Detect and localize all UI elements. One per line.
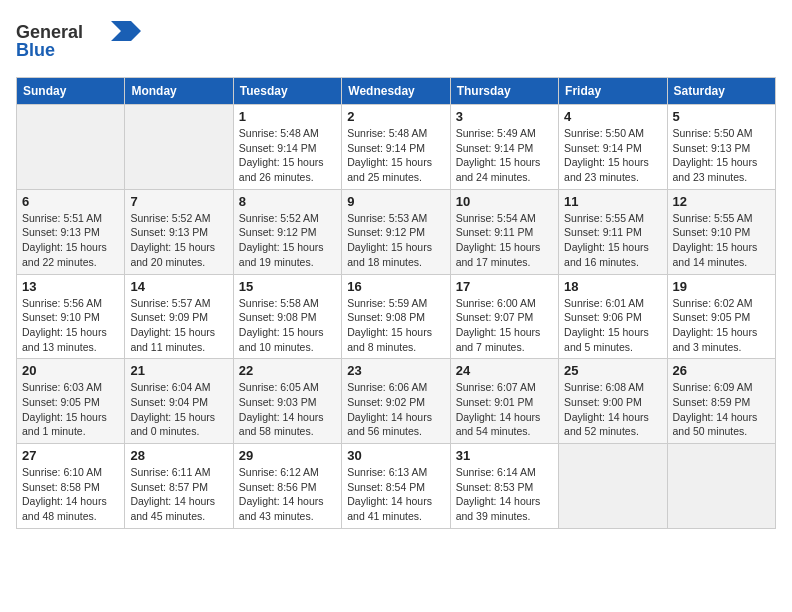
day-info: Sunrise: 5:55 AMSunset: 9:10 PMDaylight:… [673,211,770,270]
calendar-cell: 22Sunrise: 6:05 AMSunset: 9:03 PMDayligh… [233,359,341,444]
day-info: Sunrise: 5:58 AMSunset: 9:08 PMDaylight:… [239,296,336,355]
day-number: 10 [456,194,553,209]
day-number: 14 [130,279,227,294]
calendar-cell: 12Sunrise: 5:55 AMSunset: 9:10 PMDayligh… [667,189,775,274]
calendar-cell: 20Sunrise: 6:03 AMSunset: 9:05 PMDayligh… [17,359,125,444]
calendar-cell: 1Sunrise: 5:48 AMSunset: 9:14 PMDaylight… [233,105,341,190]
day-number: 4 [564,109,661,124]
calendar-cell [125,105,233,190]
calendar-weekday-monday: Monday [125,78,233,105]
day-info: Sunrise: 5:50 AMSunset: 9:14 PMDaylight:… [564,126,661,185]
calendar-week-2: 6Sunrise: 5:51 AMSunset: 9:13 PMDaylight… [17,189,776,274]
day-info: Sunrise: 6:14 AMSunset: 8:53 PMDaylight:… [456,465,553,524]
day-info: Sunrise: 5:56 AMSunset: 9:10 PMDaylight:… [22,296,119,355]
day-info: Sunrise: 6:00 AMSunset: 9:07 PMDaylight:… [456,296,553,355]
logo-text: General Blue [16,16,146,65]
day-info: Sunrise: 6:08 AMSunset: 9:00 PMDaylight:… [564,380,661,439]
day-number: 13 [22,279,119,294]
day-number: 9 [347,194,444,209]
svg-text:Blue: Blue [16,40,55,60]
calendar-weekday-tuesday: Tuesday [233,78,341,105]
calendar-cell: 3Sunrise: 5:49 AMSunset: 9:14 PMDaylight… [450,105,558,190]
calendar-cell: 13Sunrise: 5:56 AMSunset: 9:10 PMDayligh… [17,274,125,359]
day-number: 23 [347,363,444,378]
calendar-cell: 25Sunrise: 6:08 AMSunset: 9:00 PMDayligh… [559,359,667,444]
calendar-cell: 4Sunrise: 5:50 AMSunset: 9:14 PMDaylight… [559,105,667,190]
day-number: 21 [130,363,227,378]
logo-svg: General Blue [16,16,146,61]
calendar-weekday-wednesday: Wednesday [342,78,450,105]
calendar-weekday-sunday: Sunday [17,78,125,105]
calendar-cell: 30Sunrise: 6:13 AMSunset: 8:54 PMDayligh… [342,444,450,529]
day-number: 15 [239,279,336,294]
calendar-cell [667,444,775,529]
calendar-cell: 2Sunrise: 5:48 AMSunset: 9:14 PMDaylight… [342,105,450,190]
day-number: 31 [456,448,553,463]
day-info: Sunrise: 5:52 AMSunset: 9:13 PMDaylight:… [130,211,227,270]
day-number: 20 [22,363,119,378]
calendar-cell: 28Sunrise: 6:11 AMSunset: 8:57 PMDayligh… [125,444,233,529]
day-number: 22 [239,363,336,378]
day-info: Sunrise: 6:07 AMSunset: 9:01 PMDaylight:… [456,380,553,439]
calendar-cell: 8Sunrise: 5:52 AMSunset: 9:12 PMDaylight… [233,189,341,274]
calendar-cell: 9Sunrise: 5:53 AMSunset: 9:12 PMDaylight… [342,189,450,274]
svg-marker-1 [111,21,141,41]
day-number: 18 [564,279,661,294]
page-header: General Blue [16,16,776,65]
day-number: 3 [456,109,553,124]
day-number: 8 [239,194,336,209]
calendar-weekday-thursday: Thursday [450,78,558,105]
calendar-cell: 19Sunrise: 6:02 AMSunset: 9:05 PMDayligh… [667,274,775,359]
svg-text:General: General [16,22,83,42]
day-info: Sunrise: 6:02 AMSunset: 9:05 PMDaylight:… [673,296,770,355]
day-info: Sunrise: 6:11 AMSunset: 8:57 PMDaylight:… [130,465,227,524]
day-number: 27 [22,448,119,463]
day-info: Sunrise: 6:03 AMSunset: 9:05 PMDaylight:… [22,380,119,439]
calendar-cell: 24Sunrise: 6:07 AMSunset: 9:01 PMDayligh… [450,359,558,444]
calendar-cell: 10Sunrise: 5:54 AMSunset: 9:11 PMDayligh… [450,189,558,274]
calendar-cell: 29Sunrise: 6:12 AMSunset: 8:56 PMDayligh… [233,444,341,529]
day-number: 17 [456,279,553,294]
calendar-table: SundayMondayTuesdayWednesdayThursdayFrid… [16,77,776,529]
day-info: Sunrise: 5:50 AMSunset: 9:13 PMDaylight:… [673,126,770,185]
day-number: 7 [130,194,227,209]
day-info: Sunrise: 5:49 AMSunset: 9:14 PMDaylight:… [456,126,553,185]
calendar-week-4: 20Sunrise: 6:03 AMSunset: 9:05 PMDayligh… [17,359,776,444]
day-number: 12 [673,194,770,209]
logo: General Blue [16,16,146,65]
day-number: 30 [347,448,444,463]
calendar-cell: 16Sunrise: 5:59 AMSunset: 9:08 PMDayligh… [342,274,450,359]
calendar-cell [559,444,667,529]
calendar-header-row: SundayMondayTuesdayWednesdayThursdayFrid… [17,78,776,105]
day-number: 1 [239,109,336,124]
calendar-cell [17,105,125,190]
day-number: 25 [564,363,661,378]
day-number: 28 [130,448,227,463]
day-number: 19 [673,279,770,294]
day-number: 29 [239,448,336,463]
calendar-cell: 14Sunrise: 5:57 AMSunset: 9:09 PMDayligh… [125,274,233,359]
day-info: Sunrise: 5:57 AMSunset: 9:09 PMDaylight:… [130,296,227,355]
day-info: Sunrise: 5:54 AMSunset: 9:11 PMDaylight:… [456,211,553,270]
calendar-cell: 15Sunrise: 5:58 AMSunset: 9:08 PMDayligh… [233,274,341,359]
calendar-weekday-friday: Friday [559,78,667,105]
day-info: Sunrise: 6:10 AMSunset: 8:58 PMDaylight:… [22,465,119,524]
day-info: Sunrise: 6:13 AMSunset: 8:54 PMDaylight:… [347,465,444,524]
day-number: 11 [564,194,661,209]
day-info: Sunrise: 5:55 AMSunset: 9:11 PMDaylight:… [564,211,661,270]
calendar-cell: 17Sunrise: 6:00 AMSunset: 9:07 PMDayligh… [450,274,558,359]
calendar-cell: 18Sunrise: 6:01 AMSunset: 9:06 PMDayligh… [559,274,667,359]
day-info: Sunrise: 5:59 AMSunset: 9:08 PMDaylight:… [347,296,444,355]
day-number: 24 [456,363,553,378]
day-info: Sunrise: 5:48 AMSunset: 9:14 PMDaylight:… [239,126,336,185]
day-info: Sunrise: 5:51 AMSunset: 9:13 PMDaylight:… [22,211,119,270]
day-number: 26 [673,363,770,378]
calendar-cell: 23Sunrise: 6:06 AMSunset: 9:02 PMDayligh… [342,359,450,444]
calendar-cell: 31Sunrise: 6:14 AMSunset: 8:53 PMDayligh… [450,444,558,529]
calendar-cell: 27Sunrise: 6:10 AMSunset: 8:58 PMDayligh… [17,444,125,529]
calendar-cell: 6Sunrise: 5:51 AMSunset: 9:13 PMDaylight… [17,189,125,274]
calendar-cell: 21Sunrise: 6:04 AMSunset: 9:04 PMDayligh… [125,359,233,444]
calendar-cell: 26Sunrise: 6:09 AMSunset: 8:59 PMDayligh… [667,359,775,444]
calendar-week-1: 1Sunrise: 5:48 AMSunset: 9:14 PMDaylight… [17,105,776,190]
day-info: Sunrise: 5:48 AMSunset: 9:14 PMDaylight:… [347,126,444,185]
